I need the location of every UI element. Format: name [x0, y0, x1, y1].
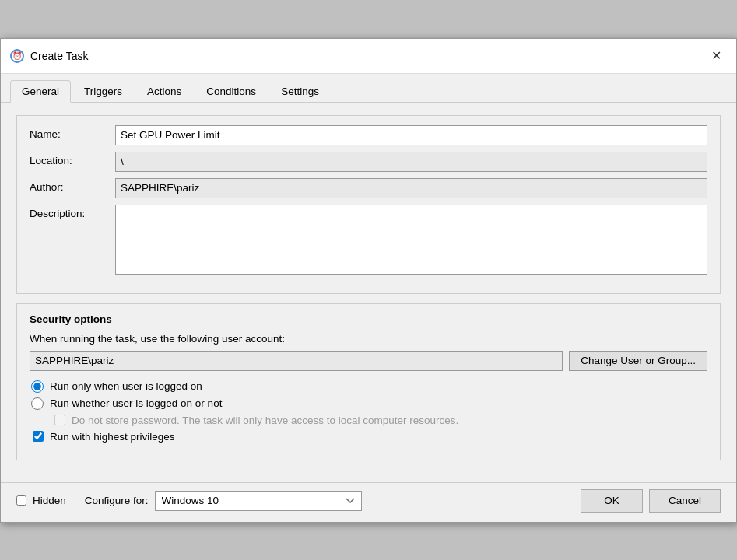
no-password-option: Do not store password. The task will onl… [51, 415, 707, 426]
description-row: Description: [30, 205, 707, 275]
hidden-label: Hidden [33, 495, 66, 506]
radio-whether-label: Run whether user is logged on or not [50, 397, 222, 409]
description-textarea[interactable] [115, 205, 707, 275]
no-password-checkbox[interactable] [54, 415, 65, 425]
no-password-label: Do not store password. The task will onl… [72, 415, 458, 426]
tab-actions[interactable]: Actions [135, 80, 193, 102]
highest-privileges-label: Run with highest privileges [50, 431, 175, 443]
author-input[interactable] [115, 178, 707, 198]
configure-row: Configure for: Windows 10 Windows Vista,… [85, 491, 562, 511]
radio-logged-on-row: Run only when user is logged on [30, 380, 707, 393]
no-password-row: Do not store password. The task will onl… [30, 415, 707, 426]
radio-logged-on[interactable] [31, 380, 44, 393]
hidden-checkbox[interactable] [16, 495, 26, 506]
tab-general[interactable]: General [10, 80, 71, 103]
title-bar-left: ⏰ Create Task [10, 49, 88, 63]
dialog-title: Create Task [30, 50, 88, 62]
location-input[interactable] [115, 152, 707, 172]
radio-whether-row: Run whether user is logged on or not [30, 397, 707, 410]
title-bar: ⏰ Create Task ✕ [1, 39, 736, 74]
cancel-button[interactable]: Cancel [649, 489, 721, 513]
name-label: Name: [30, 125, 115, 140]
tab-content: Name: Location: Author: Description: Sec… [1, 103, 736, 482]
security-section-label: Security options [30, 313, 707, 325]
name-input[interactable] [115, 125, 707, 145]
radio-logged-on-label: Run only when user is logged on [50, 380, 202, 392]
hidden-option: Hidden [16, 495, 66, 506]
user-field[interactable] [30, 351, 563, 371]
tab-conditions[interactable]: Conditions [195, 80, 268, 102]
location-label: Location: [30, 152, 115, 166]
close-button[interactable]: ✕ [705, 45, 727, 67]
radio-whether-logged-on[interactable] [31, 397, 44, 410]
create-task-dialog: ⏰ Create Task ✕ General Triggers Actions… [0, 38, 737, 523]
description-label: Description: [30, 205, 115, 219]
tab-triggers[interactable]: Triggers [72, 80, 134, 102]
general-form-section: Name: Location: Author: Description: [16, 115, 721, 294]
ok-button[interactable]: OK [581, 489, 643, 513]
change-user-button[interactable]: Change User or Group... [569, 351, 707, 371]
author-row: Author: [30, 178, 707, 198]
footer: Hidden Configure for: Windows 10 Windows… [1, 482, 736, 522]
task-icon: ⏰ [10, 49, 24, 63]
author-label: Author: [30, 178, 115, 193]
tab-settings[interactable]: Settings [269, 80, 331, 102]
dialog-buttons: OK Cancel [581, 489, 721, 513]
tab-bar: General Triggers Actions Conditions Sett… [1, 74, 736, 103]
highest-privileges-checkbox[interactable] [33, 431, 44, 442]
user-row: Change User or Group... [30, 351, 707, 371]
security-section: Security options When running the task, … [16, 303, 721, 460]
highest-privileges-row: Run with highest privileges [30, 431, 707, 443]
name-row: Name: [30, 125, 707, 145]
user-account-text: When running the task, use the following… [30, 333, 707, 345]
configure-select[interactable]: Windows 10 Windows Vista, Windows Server… [155, 491, 362, 511]
location-row: Location: [30, 152, 707, 172]
configure-label: Configure for: [85, 495, 149, 506]
